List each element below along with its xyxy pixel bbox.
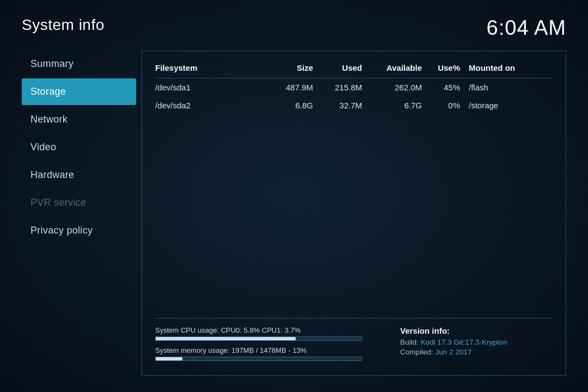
table-row: /dev/sda2 6.8G 32.7M 6.7G 0% /storage <box>155 96 553 114</box>
compiled-label: Compiled: <box>400 348 433 356</box>
version-section: Version info: Build: Kodi 17.3 Git:17.3-… <box>400 326 553 358</box>
sidebar-item-pvr: PVR service <box>22 189 136 216</box>
app-frame: System info 6:04 AM Summary Storage Netw… <box>0 0 588 392</box>
memory-usage-row: System memory usage: 197MB / 1478MB - 13… <box>155 346 378 361</box>
cpu-usage-row: System CPU usage: CPU0: 5.8% CPU1: 3.7% <box>155 326 378 341</box>
cell-size-1: 6.8G <box>253 101 313 110</box>
filesystem-table: Filesystem Size Used Available Use% Moun… <box>155 60 553 318</box>
header: System info 6:04 AM <box>22 16 566 40</box>
sidebar-item-video[interactable]: Video <box>22 134 136 161</box>
status-bar: System CPU usage: CPU0: 5.8% CPU1: 3.7% … <box>155 318 553 366</box>
col-header-available: Available <box>362 63 422 72</box>
cell-mounted-0: /flash <box>460 83 531 92</box>
cpu-usage-bar-fill <box>156 337 296 340</box>
col-header-filesystem: Filesystem <box>155 63 253 72</box>
memory-usage-label: System memory usage: 197MB / 1478MB - 13… <box>155 346 378 354</box>
col-header-used: Used <box>313 63 362 72</box>
table-header: Filesystem Size Used Available Use% Moun… <box>155 60 553 78</box>
clock-display: 6:04 AM <box>487 16 566 40</box>
build-label: Build: <box>400 338 419 346</box>
sidebar-item-privacy[interactable]: Privacy policy <box>22 217 136 244</box>
sidebar-item-storage[interactable]: Storage <box>22 78 136 105</box>
main-panel: Filesystem Size Used Available Use% Moun… <box>142 51 566 376</box>
cell-filesystem-0: /dev/sda1 <box>155 83 253 92</box>
cell-size-0: 487.9M <box>253 83 313 92</box>
col-header-mounted: Mounted on <box>460 63 531 72</box>
memory-usage-bar-container <box>155 357 362 361</box>
cpu-usage-label: System CPU usage: CPU0: 5.8% CPU1: 3.7% <box>155 326 378 334</box>
version-title: Version info: <box>400 326 553 335</box>
cell-mounted-1: /storage <box>460 101 531 110</box>
cell-available-0: 262.0M <box>362 83 422 92</box>
col-header-size: Size <box>253 63 313 72</box>
sidebar-item-network[interactable]: Network <box>22 106 136 133</box>
cpu-usage-bar-container <box>155 336 362 341</box>
table-row: /dev/sda1 487.9M 215.8M 262.0M 45% /flas… <box>155 78 553 96</box>
sidebar-item-hardware[interactable]: Hardware <box>22 162 136 188</box>
cell-used-0: 215.8M <box>313 83 362 92</box>
cell-used-1: 32.7M <box>313 101 362 110</box>
cell-usepct-0: 45% <box>422 83 460 92</box>
page-title: System info <box>22 16 105 34</box>
cell-available-1: 6.7G <box>362 101 422 110</box>
sidebar: Summary Storage Network Video Hardware P… <box>22 51 142 376</box>
usage-section: System CPU usage: CPU0: 5.8% CPU1: 3.7% … <box>155 326 378 366</box>
sidebar-item-summary[interactable]: Summary <box>22 51 136 77</box>
build-value: Kodi 17.3 Git:17.3-Krypton <box>421 338 507 346</box>
compiled-line: Compiled: Jun 2 2017 <box>400 348 553 356</box>
cell-filesystem-1: /dev/sda2 <box>155 101 253 110</box>
col-header-usepct: Use% <box>422 63 460 72</box>
build-line: Build: Kodi 17.3 Git:17.3-Krypton <box>400 338 553 346</box>
memory-usage-bar-fill <box>156 357 182 360</box>
cell-usepct-1: 0% <box>422 101 460 110</box>
compiled-value: Jun 2 2017 <box>436 348 472 356</box>
content-area: Summary Storage Network Video Hardware P… <box>22 51 566 376</box>
